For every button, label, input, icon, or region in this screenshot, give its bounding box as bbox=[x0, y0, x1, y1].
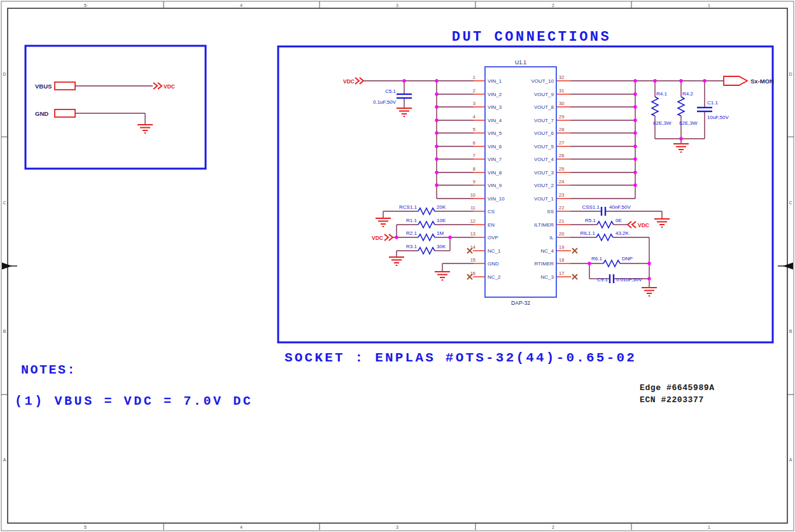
ic-pin-name: VIN_3 bbox=[488, 104, 502, 110]
component-ref: RCS1.1 bbox=[399, 204, 418, 210]
ecn-number: ECN #2203377 bbox=[640, 395, 704, 405]
sx-mon-net-label: Sx-MON bbox=[750, 78, 774, 85]
vdc-net-label: VDC bbox=[372, 235, 383, 241]
edge-number: Edge #6645989A bbox=[640, 383, 715, 393]
ic-pin-name: VIN_7 bbox=[488, 157, 502, 162]
component-ref: R5.1 bbox=[585, 218, 596, 223]
component-value: 10E bbox=[437, 218, 446, 223]
component-value: 62E,3W bbox=[653, 120, 672, 126]
component-ref: C9.1 bbox=[597, 277, 608, 283]
ruler-bottom-2: 2 bbox=[552, 525, 554, 529]
no-connect-x-icon bbox=[572, 248, 577, 253]
sheet-center-arrows bbox=[2, 263, 793, 270]
ic-package: DAP-32 bbox=[511, 300, 530, 306]
component-ref: C5.1 bbox=[385, 88, 396, 94]
vbus-terminal-label: VBUS bbox=[35, 83, 52, 90]
ic-pin-name: RTIMER bbox=[534, 261, 554, 267]
sx-mon-connector bbox=[724, 76, 747, 85]
resistor-r4b-symbol bbox=[678, 97, 684, 116]
ic-pin-name: VOUT_10 bbox=[531, 78, 554, 84]
ruler-bottom-4: 4 bbox=[240, 525, 243, 529]
vdc-net-label: VDC bbox=[343, 78, 355, 85]
resistor-r4a-symbol bbox=[652, 97, 658, 116]
ruler-top-3: 3 bbox=[396, 3, 398, 8]
ic-pin-name: VIN_8 bbox=[488, 170, 502, 176]
component-ref: R6.1 bbox=[591, 256, 602, 262]
vdc-offpage-chevron bbox=[153, 83, 162, 89]
ic-pin-name: VOUT_7 bbox=[534, 118, 554, 123]
gnd-terminal-connector bbox=[55, 109, 75, 117]
ic-pin-name: VOUT_1 bbox=[534, 196, 554, 202]
resistor-rcs1-symbol bbox=[418, 208, 435, 214]
ic-pin-name: VOUT_8 bbox=[534, 104, 554, 110]
ic-pin-number: 22 bbox=[559, 205, 564, 211]
component-value: 0.01uF,50V bbox=[616, 277, 642, 283]
ic-pin-name: VIN_10 bbox=[488, 196, 505, 202]
ruler-right-a: A bbox=[789, 458, 792, 462]
ic-pin-name: VIN_2 bbox=[488, 92, 502, 97]
ground-symbol bbox=[376, 218, 391, 227]
ground-symbol bbox=[642, 288, 657, 296]
ic-pin-name: VIN_1 bbox=[488, 78, 502, 84]
capacitor-c5-symbol bbox=[397, 94, 412, 98]
ic-pin-number: 16 bbox=[470, 270, 475, 276]
ic-pin-number: 2 bbox=[473, 88, 475, 94]
component-value: 0E bbox=[616, 218, 622, 223]
ic-pin-name: EN bbox=[488, 222, 495, 228]
ruler-bottom-1: 1 bbox=[708, 525, 710, 529]
ic-pin-number: 9 bbox=[473, 179, 475, 185]
ic-pin-number: 25 bbox=[559, 166, 564, 172]
ruler-top-1: 1 bbox=[708, 3, 710, 8]
component-value: 1M bbox=[437, 230, 444, 236]
schematic-canvas: 5 4 3 2 1 5 4 3 2 1 D C B A D C B A bbox=[0, 0, 795, 532]
ground-symbol bbox=[389, 257, 404, 265]
resistor-r1-symbol bbox=[418, 221, 435, 228]
schematic-sheet: 5 4 3 2 1 5 4 3 2 1 D C B A D C B A bbox=[0, 0, 795, 532]
gnd-terminal-label: GND bbox=[35, 110, 48, 117]
resistor-r6-symbol bbox=[603, 260, 620, 267]
component-value: 40nF,50V bbox=[609, 204, 631, 210]
ic-refdes: U1.1 bbox=[515, 59, 526, 66]
vdc-offpage-chevron bbox=[384, 234, 393, 241]
ruler-top-2: 2 bbox=[552, 3, 554, 8]
resistor-r2-symbol bbox=[418, 234, 435, 241]
ruler-bottom-3: 3 bbox=[396, 525, 398, 529]
ic-pin-number: 20 bbox=[559, 231, 564, 237]
dut-title: DUT CONNECTIONS bbox=[452, 29, 612, 45]
ic-pin-number: 23 bbox=[559, 192, 564, 198]
ground-symbol bbox=[654, 219, 670, 227]
ic-pin-number: 14 bbox=[470, 244, 475, 250]
ic-pin-name: NC_2 bbox=[488, 274, 501, 280]
component-ref: RIL1.1 bbox=[580, 230, 595, 236]
component-value: 62E,3W bbox=[679, 120, 698, 126]
ic-pin-number: 30 bbox=[559, 101, 564, 106]
ic-pin-number: 17 bbox=[559, 270, 564, 276]
ruler-right-c: C bbox=[789, 200, 792, 205]
ruler-top-4: 4 bbox=[240, 3, 243, 8]
ic-pin-name: CS bbox=[488, 209, 495, 214]
ic-pin-number: 12 bbox=[470, 218, 475, 224]
ic-pin-number: 21 bbox=[559, 218, 564, 224]
component-value: DNP bbox=[622, 256, 633, 262]
power-input-box: VBUS VDC GND bbox=[25, 46, 206, 169]
ruler-bottom-5: 5 bbox=[84, 525, 87, 529]
ic-pin-number: 3 bbox=[473, 101, 475, 106]
ic-pin-number: 1 bbox=[473, 74, 475, 80]
dut-connections-box: DUT CONNECTIONS bbox=[278, 29, 774, 342]
no-connect-x-icon bbox=[572, 274, 577, 279]
ic-pin-name: VOUT_4 bbox=[534, 157, 554, 162]
component-ref: R2.1 bbox=[406, 230, 417, 236]
capacitor-c1-symbol bbox=[697, 108, 712, 111]
component-ref: R4.1 bbox=[656, 91, 667, 97]
resistor-r5-symbol bbox=[597, 221, 614, 228]
capacitor-c9-symbol bbox=[610, 274, 614, 283]
ic-pin-number: 8 bbox=[473, 166, 475, 172]
ic-pin-number: 28 bbox=[559, 127, 564, 132]
ic-pin-name: NC_3 bbox=[541, 274, 554, 280]
ruler-top-5: 5 bbox=[84, 3, 87, 8]
ruler-left-c: C bbox=[3, 200, 6, 205]
ruler-left-d: D bbox=[3, 72, 6, 76]
power-box-wires bbox=[75, 86, 153, 125]
ic-pin-name: VIN_5 bbox=[488, 130, 502, 136]
component-value: 20K bbox=[437, 204, 446, 210]
